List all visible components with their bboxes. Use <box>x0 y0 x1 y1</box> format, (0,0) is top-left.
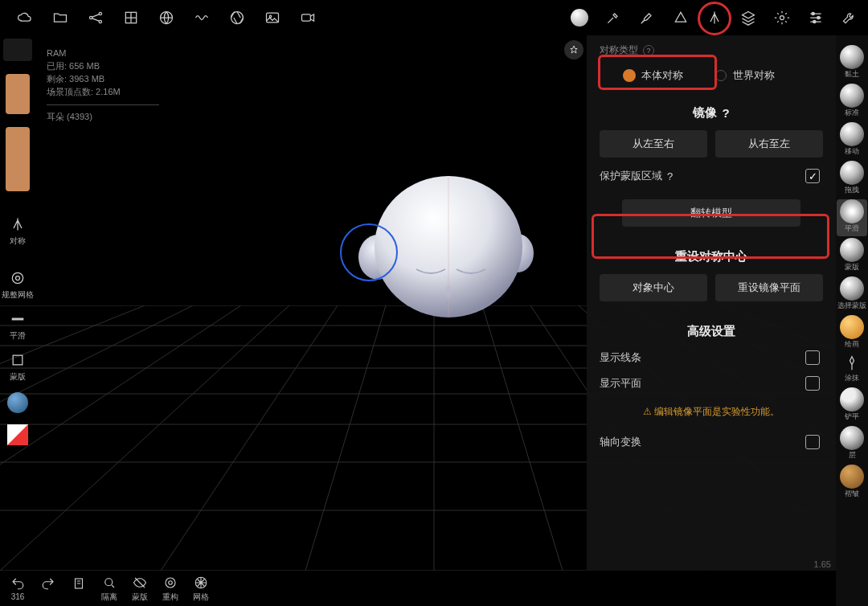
brush-clay[interactable]: 黏土 <box>837 45 867 82</box>
top-toolbar <box>0 0 868 35</box>
color-swatch-1[interactable] <box>6 74 30 114</box>
shape-icon[interactable] <box>672 9 690 27</box>
selection-info: 耳朵 (4393) <box>47 110 159 123</box>
reset-plane-button[interactable]: 重设镜像平面 <box>715 274 823 301</box>
svg-point-24 <box>379 255 383 258</box>
protect-mask-checkbox[interactable] <box>805 169 820 183</box>
show-plane-checkbox[interactable] <box>805 376 820 391</box>
svg-point-49 <box>169 580 173 584</box>
svg-point-23 <box>502 234 534 272</box>
help-icon[interactable]: ? <box>643 45 654 56</box>
symmetry-panel: 对称类型? 本体对称 世界对称 镜像? 从左至右 从右至左 保护蒙版区域? 翻转… <box>587 35 836 571</box>
svg-rect-44 <box>12 318 23 320</box>
ram-label: RAM <box>47 47 159 59</box>
paintbrush-icon[interactable] <box>638 9 656 27</box>
image-icon[interactable] <box>264 9 281 27</box>
layers-icon[interactable] <box>739 9 757 27</box>
video-icon[interactable] <box>299 9 317 27</box>
svg-line-14 <box>0 305 289 571</box>
show-plane-label: 显示平面 <box>600 376 641 391</box>
history-button[interactable] <box>71 575 87 601</box>
sliders-icon[interactable] <box>807 9 825 27</box>
mirror-rtl-button[interactable]: 从右至左 <box>715 130 823 158</box>
mask-bottom-button[interactable]: 蒙版 <box>132 575 148 603</box>
flip-model-button[interactable]: 翻转模型 <box>622 199 800 227</box>
brush-flatten[interactable]: 铲平 <box>837 387 867 424</box>
grid-icon[interactable] <box>122 9 140 27</box>
brush-mask[interactable]: 蒙版 <box>837 238 867 275</box>
experimental-warning: ⚠ 编辑镜像平面是实验性功能。 <box>600 405 823 419</box>
object-center-button[interactable]: 对象中心 <box>600 274 707 301</box>
network-icon[interactable] <box>87 9 104 27</box>
left-toolbar: 对称 规整网格 平滑 蒙版 <box>0 35 35 571</box>
help-icon[interactable]: ? <box>667 170 673 182</box>
show-lines-checkbox[interactable] <box>805 350 820 365</box>
brush-layer[interactable]: 层 <box>837 426 867 463</box>
reset-heading: 重设对称中心 <box>600 249 823 264</box>
brushball-icon[interactable] <box>571 9 588 27</box>
svg-point-29 <box>90 16 92 18</box>
smooth-side-button[interactable]: 平滑 <box>2 310 34 342</box>
left-stub[interactable] <box>3 39 32 61</box>
brush-crease[interactable]: 褶皱 <box>837 465 867 502</box>
mask-side-button[interactable]: 蒙版 <box>2 351 34 383</box>
svg-line-10 <box>305 305 386 571</box>
svg-point-30 <box>99 12 101 14</box>
radio-local-symmetry[interactable]: 本体对称 <box>624 68 683 83</box>
wave-icon[interactable] <box>193 9 211 27</box>
brush-smudge[interactable]: 涂抹 <box>837 354 867 386</box>
svg-point-39 <box>812 12 814 14</box>
svg-point-26 <box>375 176 522 317</box>
svg-point-47 <box>105 578 113 585</box>
brush-paint[interactable]: 绘画 <box>837 315 867 352</box>
svg-point-28 <box>445 285 452 298</box>
symmetry-side-button[interactable]: 对称 <box>2 215 34 247</box>
model-head[interactable] <box>354 173 538 334</box>
brush-smooth[interactable]: 平滑 <box>837 199 867 236</box>
brush-standard[interactable]: 标准 <box>837 84 867 121</box>
selection-indicator <box>340 223 398 281</box>
redo-button[interactable] <box>40 575 56 601</box>
isolate-button[interactable]: 隔离 <box>101 575 117 603</box>
material-ball[interactable] <box>2 392 34 413</box>
corner-number: 1.65 <box>814 559 831 569</box>
show-lines-label: 显示线条 <box>600 350 641 365</box>
svg-point-40 <box>817 16 820 18</box>
color-diag[interactable] <box>2 424 34 445</box>
svg-point-41 <box>813 20 816 23</box>
eyedropper-icon[interactable] <box>604 9 622 27</box>
svg-rect-45 <box>13 355 23 365</box>
svg-line-11 <box>482 305 563 571</box>
svg-point-43 <box>16 276 20 280</box>
brush-move[interactable]: 移动 <box>837 122 867 159</box>
symmetry-icon[interactable] <box>706 9 723 27</box>
wrench-icon[interactable] <box>841 9 858 27</box>
vertex-count: 场景顶点数: 2.16M <box>47 85 159 98</box>
brush-select-mask[interactable]: 选择蒙版 <box>837 276 867 313</box>
svg-point-31 <box>99 20 101 23</box>
help-icon[interactable]: ? <box>722 106 729 120</box>
ram-free: 剩余: 3963 MB <box>47 72 159 85</box>
section-type: 对称类型? <box>600 43 823 57</box>
rebuild-button[interactable]: 重构 <box>162 575 178 603</box>
stats-overlay: RAM 已用: 656 MB 剩余: 3963 MB 场景顶点数: 2.16M … <box>47 47 159 123</box>
radio-world-symmetry[interactable]: 世界对称 <box>715 68 775 83</box>
adjust-mesh-button[interactable]: 规整网格 <box>2 269 34 301</box>
mirror-ltr-button[interactable]: 从左至右 <box>600 130 707 158</box>
svg-point-38 <box>780 16 784 20</box>
axis-swap-checkbox[interactable] <box>805 435 820 449</box>
axis-swap-label: 轴向变换 <box>600 435 641 449</box>
color-swatch-2[interactable] <box>6 127 30 191</box>
undo-button[interactable]: 316 <box>10 575 26 601</box>
globe-icon[interactable] <box>158 9 175 27</box>
folder-icon[interactable] <box>51 9 69 27</box>
mesh-button[interactable]: 网格 <box>193 575 209 603</box>
svg-line-16 <box>0 305 241 571</box>
aperture-icon[interactable] <box>228 9 246 27</box>
pin-panel-button[interactable] <box>564 40 583 59</box>
brush-drag[interactable]: 拖拽 <box>837 161 867 198</box>
adv-heading: 高级设置 <box>600 324 823 339</box>
cloud-icon[interactable] <box>16 9 34 27</box>
gear-icon[interactable] <box>773 9 791 27</box>
svg-point-48 <box>166 578 175 588</box>
